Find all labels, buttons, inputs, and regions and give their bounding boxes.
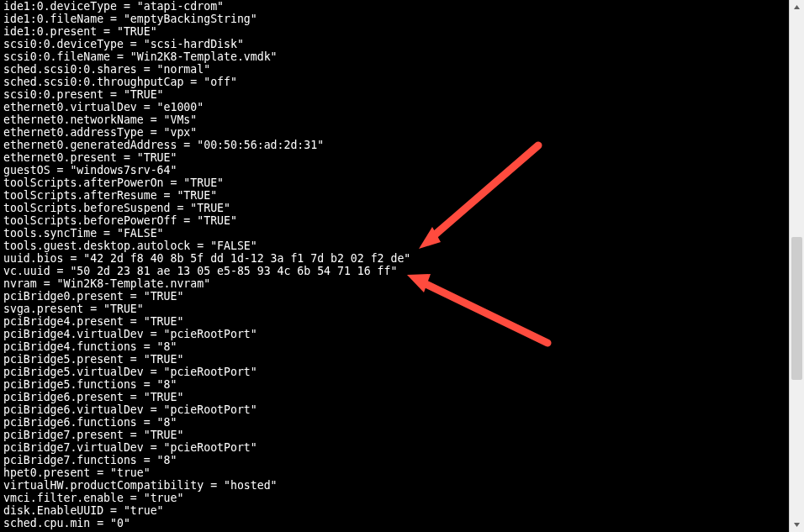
config-text-area[interactable]: ide1:0.deviceType = "atapi-cdrom"ide1:0.…	[0, 0, 789, 532]
config-line: pciBridge0.present = "TRUE"	[3, 290, 789, 303]
scrollbar-thumb[interactable]	[791, 237, 802, 380]
config-line: toolScripts.afterPowerOn = "TRUE"	[3, 176, 789, 189]
config-line: disk.EnableUUID = "true"	[3, 504, 789, 517]
config-line: hpet0.present = "true"	[3, 466, 789, 479]
config-line: ide1:0.present = "TRUE"	[3, 25, 789, 38]
config-line: pciBridge4.present = "TRUE"	[3, 315, 789, 328]
config-line: nvram = "Win2K8-Template.nvram"	[3, 277, 789, 290]
config-line: svga.present = "TRUE"	[3, 303, 789, 315]
scroll-up-button[interactable]	[790, 0, 804, 14]
config-line: pciBridge4.virtualDev = "pcieRootPort"	[3, 328, 789, 340]
config-line: scsi0:0.present = "TRUE"	[3, 88, 789, 101]
config-line: pciBridge5.virtualDev = "pcieRootPort"	[3, 366, 789, 378]
config-line: sched.scsi0:0.throughputCap = "off"	[3, 76, 789, 88]
config-line: ide1:0.fileName = "emptyBackingString"	[3, 13, 789, 25]
config-line: scsi0:0.deviceType = "scsi-hardDisk"	[3, 38, 789, 50]
vertical-scrollbar[interactable]	[789, 0, 804, 532]
config-line: pciBridge7.virtualDev = "pcieRootPort"	[3, 441, 789, 454]
config-line: ethernet0.addressType = "vpx"	[3, 126, 789, 139]
config-line: ethernet0.networkName = "VMs"	[3, 113, 789, 126]
config-line: guestOS = "windows7srv-64"	[3, 164, 789, 176]
config-line: ethernet0.present = "TRUE"	[3, 151, 789, 164]
config-line: toolScripts.beforePowerOff = "TRUE"	[3, 214, 789, 227]
config-line: tools.syncTime = "FALSE"	[3, 227, 789, 240]
config-line: virtualHW.productCompatibility = "hosted…	[3, 479, 789, 492]
config-line: vmci.filter.enable = "true"	[3, 492, 789, 504]
config-line: ethernet0.generatedAddress = "00:50:56:a…	[3, 139, 789, 151]
config-line: scsi0:0.fileName = "Win2K8-Template.vmdk…	[3, 50, 789, 63]
config-line: pciBridge6.functions = "8"	[3, 416, 789, 429]
config-line: pciBridge7.functions = "8"	[3, 454, 789, 466]
config-line: ethernet0.virtualDev = "e1000"	[3, 101, 789, 113]
config-line: toolScripts.beforeSuspend = "TRUE"	[3, 202, 789, 214]
config-line: uuid.bios = "42 2d f8 40 8b 5f dd 1d-12 …	[3, 252, 789, 265]
config-line: tools.guest.desktop.autolock = "FALSE"	[3, 240, 789, 252]
config-line: sched.cpu.min = "0"	[3, 517, 789, 529]
config-line: pciBridge6.virtualDev = "pcieRootPort"	[3, 403, 789, 416]
config-line: pciBridge7.present = "TRUE"	[3, 429, 789, 441]
config-line: pciBridge4.functions = "8"	[3, 340, 789, 353]
config-line: sched.scsi0:0.shares = "normal"	[3, 63, 789, 76]
config-line: vc.uuid = "50 2d 23 81 ae 13 05 e5-85 93…	[3, 265, 789, 277]
terminal-viewport: ide1:0.deviceType = "atapi-cdrom"ide1:0.…	[0, 0, 804, 532]
config-line: pciBridge6.present = "TRUE"	[3, 391, 789, 403]
scrollbar-track[interactable]	[790, 14, 804, 518]
config-line: pciBridge5.functions = "8"	[3, 378, 789, 391]
config-line: toolScripts.afterResume = "TRUE"	[3, 189, 789, 202]
config-line: pciBridge5.present = "TRUE"	[3, 353, 789, 366]
config-line: ide1:0.deviceType = "atapi-cdrom"	[3, 0, 789, 13]
scroll-down-button[interactable]	[790, 518, 804, 532]
